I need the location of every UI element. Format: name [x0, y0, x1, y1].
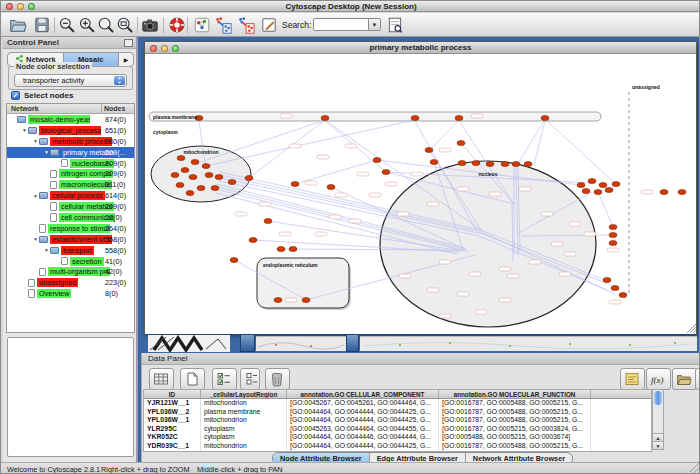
network-node[interactable] [230, 257, 238, 262]
network-node[interactable] [327, 184, 335, 189]
tree-row[interactable]: Overview8(0) [7, 288, 134, 299]
network-node[interactable] [171, 172, 179, 177]
network-node[interactable] [609, 224, 617, 229]
zoom-out-icon[interactable] [58, 16, 76, 34]
open-file-icon[interactable] [9, 16, 27, 34]
tab-overflow-arrow-icon[interactable]: ▶ [119, 53, 133, 66]
zoom-in-icon[interactable] [78, 16, 96, 34]
network-node[interactable] [619, 292, 627, 297]
tree-row[interactable]: cellular metabol209(0) [7, 201, 134, 212]
network-node[interactable] [455, 115, 463, 120]
snapshot-camera-icon[interactable] [141, 16, 159, 34]
network-node[interactable] [277, 246, 285, 251]
annotation-note-icon[interactable] [620, 368, 645, 390]
network-node[interactable] [264, 218, 272, 223]
birdseye-view-panel[interactable] [7, 337, 134, 457]
network-node[interactable] [512, 161, 520, 166]
network-node[interactable] [181, 167, 189, 172]
network-node[interactable] [228, 179, 236, 184]
resize-grip[interactable] [690, 463, 700, 473]
zoom-fit-icon[interactable] [116, 16, 134, 34]
network-node[interactable] [594, 189, 602, 194]
network-edge[interactable] [534, 121, 545, 165]
unselect-attributes-icon[interactable] [240, 368, 260, 390]
background-window-content[interactable] [360, 336, 697, 351]
tree-row[interactable]: mosaic-demo-yeast874(0) [7, 114, 134, 125]
expand-arrow-icon[interactable]: ▼ [32, 193, 39, 199]
copy-view-blue-icon[interactable] [214, 16, 232, 34]
network-node[interactable] [321, 115, 329, 120]
network-node[interactable] [177, 155, 185, 160]
table-row[interactable]: YLR295Ccytoplasm[GO:0045263, GO:0044464,… [144, 425, 651, 434]
import-attributes-folder-icon[interactable] [672, 368, 697, 390]
tree-row[interactable]: unassigned223(0) [7, 277, 134, 288]
attribute-matrix-icon[interactable] [695, 368, 700, 390]
tree-row[interactable]: ▼primary metabo209(... [7, 147, 134, 158]
expand-arrow-icon[interactable]: ▼ [32, 138, 39, 144]
network-node[interactable] [457, 140, 465, 145]
tree-row[interactable]: ▼cellular process614(0) [7, 190, 134, 201]
network-node[interactable] [373, 157, 381, 162]
tree-row[interactable]: macromolecule311(0) [7, 179, 134, 190]
network-node[interactable] [211, 185, 219, 190]
network-edge[interactable] [546, 120, 616, 184]
table-row[interactable]: YJR121W__1mitochondrion[GO:0045267, GO:0… [144, 399, 651, 408]
network-node[interactable] [249, 237, 257, 242]
tree-row[interactable]: ▼metabolic process280(0) [7, 136, 134, 147]
create-view-icon[interactable] [193, 16, 211, 34]
delete-attribute-trash-icon[interactable] [265, 368, 290, 390]
network-node[interactable] [611, 285, 619, 290]
select-attributes-icon[interactable] [212, 368, 237, 390]
network-node[interactable] [458, 160, 466, 165]
network-node[interactable] [588, 178, 596, 183]
background-window-edge[interactable] [240, 334, 255, 352]
network-edge[interactable] [249, 120, 325, 178]
new-attribute-icon[interactable] [180, 368, 205, 390]
column-header[interactable]: annotation.GO MOLECULAR_FUNCTION [439, 390, 591, 398]
tree-row[interactable]: nucleobase-209(0) [7, 158, 134, 169]
enhanced-search-icon[interactable] [386, 16, 404, 34]
network-edge[interactable] [429, 121, 458, 151]
network-node[interactable] [678, 189, 686, 194]
tree-row[interactable]: cell communicat22(0) [7, 212, 134, 223]
network-edge[interactable] [598, 192, 613, 227]
table-row[interactable]: YPL036W__1mitochondrion[GO:0044464, GO:0… [144, 416, 651, 425]
network-node[interactable] [302, 297, 310, 302]
network-node[interactable] [609, 232, 617, 237]
network-node[interactable] [599, 182, 607, 187]
network-edge[interactable] [195, 120, 325, 164]
function-builder-icon[interactable]: f(x) [646, 368, 671, 390]
network-node[interactable] [382, 169, 390, 174]
view-resize-grip[interactable] [687, 324, 696, 333]
tree-row[interactable]: response to stimulu264(0) [7, 223, 134, 234]
network-node[interactable] [411, 115, 419, 120]
network-node[interactable] [289, 246, 297, 251]
expand-arrow-icon[interactable]: ▼ [32, 236, 39, 242]
network-canvas[interactable]: plasma membranecytoplasmmitochondrionnuc… [145, 54, 696, 334]
network-node[interactable] [603, 277, 611, 282]
expand-arrow-icon[interactable]: ▼ [43, 149, 50, 155]
network-window-titlebar[interactable]: primary metabolic process [145, 42, 696, 54]
network-node[interactable] [430, 159, 438, 164]
background-window-content[interactable] [256, 336, 346, 351]
scroll-up-icon[interactable]: ▲ [653, 433, 663, 441]
node-color-dropdown[interactable]: transporter activity ▲▼ [14, 74, 127, 87]
network-edge[interactable] [206, 120, 415, 166]
network-node[interactable] [215, 174, 223, 179]
network-node[interactable] [486, 161, 494, 166]
network-node[interactable] [274, 297, 282, 302]
network-node[interactable] [609, 240, 617, 245]
save-icon[interactable] [33, 16, 51, 34]
network-node[interactable] [660, 189, 668, 194]
tree-row[interactable]: multi-organism pro42(0) [7, 266, 134, 277]
zoom-selected-icon[interactable] [97, 16, 115, 34]
network-edge[interactable] [517, 121, 544, 165]
tree-row[interactable]: ▼biological_process651(0) [7, 125, 134, 136]
network-node[interactable] [524, 161, 532, 166]
table-row[interactable]: YKR052Ccytoplasm[GO:0044464, GO:0044446,… [144, 433, 651, 442]
column-header[interactable]: _cellularLayoutRegion [201, 390, 287, 398]
select-nodes-checkbox[interactable]: ✓ [11, 91, 20, 100]
network-node[interactable] [205, 172, 213, 177]
copy-view-red-icon[interactable] [237, 16, 255, 34]
network-node[interactable] [176, 182, 184, 187]
